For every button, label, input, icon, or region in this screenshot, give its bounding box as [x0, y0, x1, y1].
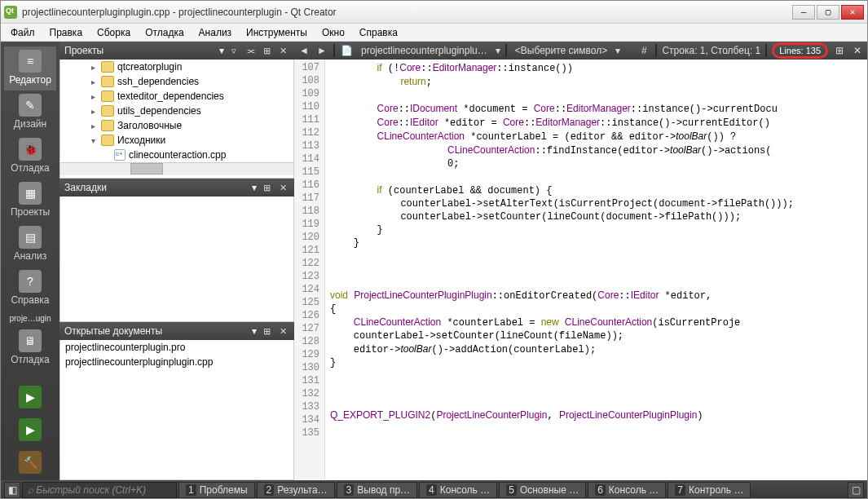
expander-icon[interactable]: ▸ — [88, 77, 98, 86]
menu-help[interactable]: Справка — [353, 25, 404, 40]
run-icon: ▶ — [19, 386, 42, 408]
menu-debug[interactable]: Отладка — [139, 25, 190, 40]
tree-row[interactable]: ▸texteditor_dependencies — [60, 89, 293, 104]
expander-icon[interactable]: ▸ — [88, 121, 98, 130]
project-selector[interactable]: proje…ugin — [4, 311, 56, 326]
output-expand-button[interactable]: ▢ — [848, 482, 864, 498]
output-tab[interactable]: 7Контроль … — [668, 482, 751, 498]
run-button[interactable]: ▶ — [4, 382, 56, 415]
symbol-selector[interactable]: <Выберите символ> — [512, 45, 610, 56]
split-editor-icon[interactable]: ⊞ — [833, 44, 846, 57]
open-document-item[interactable]: projectlinecounterpluginplugin.cpp — [60, 355, 293, 369]
chevron-down-icon[interactable]: ▾ — [252, 325, 257, 337]
expander-icon[interactable]: ▸ — [88, 92, 98, 101]
output-tab[interactable]: 5Основные … — [499, 482, 586, 498]
expander-icon[interactable]: ▾ — [88, 136, 98, 145]
maximize-button[interactable]: ▢ — [817, 5, 839, 20]
expander-icon[interactable]: ▸ — [88, 63, 98, 72]
minimize-button[interactable]: — — [792, 5, 815, 20]
cursor-position[interactable]: Строка: 1, Столбец: 1 — [662, 45, 760, 56]
code-content[interactable]: if (!Core::EditorManager::instance()) re… — [325, 60, 867, 480]
tree-row[interactable]: ▸ssh_dependencies — [60, 74, 293, 89]
close-button[interactable]: ✕ — [841, 5, 864, 20]
expander-icon[interactable]: ▸ — [88, 107, 98, 116]
mode-design[interactable]: ✎Дизайн — [4, 91, 56, 135]
projects-panel-header: Проекты ▾ ▿ ⫘ ⊞ ✕ — [59, 42, 294, 60]
nav-back-button[interactable]: ◄ — [297, 44, 311, 57]
pane-filter-icon[interactable]: ▿ — [227, 44, 240, 57]
menu-analyze[interactable]: Анализ — [192, 25, 239, 40]
tree-row[interactable]: ▸qtcreatorplugin — [60, 60, 293, 74]
menu-file[interactable]: Файл — [4, 25, 42, 40]
hammer-icon: 🔨 — [19, 451, 42, 474]
opendocs-pane: projectlinecounterplugin.proprojectlinec… — [59, 340, 294, 480]
project-tree[interactable]: ▸qtcreatorplugin▸ssh_dependencies▸texted… — [59, 60, 294, 179]
menu-tools[interactable]: Инструменты — [240, 25, 314, 40]
pound-button[interactable]: # — [637, 44, 650, 57]
tree-label: qtcreatorplugin — [117, 61, 182, 73]
locator-input[interactable]: ⌕ Быстрый поиск (Ctrl+K) — [22, 482, 177, 498]
tree-row[interactable]: clinecounteraction.cpp — [60, 148, 293, 162]
menu-window[interactable]: Окно — [315, 25, 351, 40]
opendocs-panel-title[interactable]: Открытые документы — [64, 325, 249, 337]
bookmarks-panel-title[interactable]: Закладки — [64, 182, 249, 193]
file-icon: 📄 — [340, 44, 353, 57]
tree-row[interactable]: ▾Исходники — [60, 133, 293, 148]
pane-close-icon[interactable]: ✕ — [276, 325, 289, 338]
lines-counter-badge: Lines: 135 — [772, 42, 828, 59]
tree-hscrollbar[interactable] — [60, 162, 293, 175]
chevron-down-icon[interactable]: ▾ — [252, 182, 257, 193]
mode-debug[interactable]: 🐞Отладка — [4, 135, 56, 179]
mode-help[interactable]: ?Справка — [4, 267, 56, 311]
projects-panel-title[interactable]: Проекты — [64, 45, 216, 56]
folder-icon — [101, 76, 114, 87]
menu-build[interactable]: Сборка — [90, 25, 137, 40]
line-gutter: 1071081091101111121131141151161171181191… — [294, 60, 325, 480]
toggle-sidebar-button[interactable]: ◧ — [4, 482, 20, 498]
run-debug-button[interactable]: ▶ — [4, 415, 56, 448]
output-tabs: 1Проблемы2Результа…3Вывод пр…4Консоль …5… — [178, 482, 846, 498]
mode-projects[interactable]: ▦Проекты — [4, 179, 56, 223]
chevron-down-icon[interactable]: ▾ — [496, 45, 500, 56]
folder-icon — [101, 120, 114, 131]
output-tab[interactable]: 6Консоль … — [588, 482, 666, 498]
open-document-item[interactable]: projectlinecounterplugin.pro — [60, 340, 293, 355]
tree-row[interactable]: ▸Заголовочные — [60, 118, 293, 133]
output-tab[interactable]: 4Консоль … — [419, 482, 497, 498]
output-tab[interactable]: 2Результа… — [257, 482, 335, 498]
code-editor[interactable]: 1071081091101111121131141151161171181191… — [294, 60, 867, 480]
mode-help-label: Справка — [11, 294, 49, 306]
mode-design-label: Дизайн — [14, 118, 46, 130]
folder-icon — [101, 61, 114, 73]
search-icon: ⌕ — [28, 484, 33, 496]
mode-editor[interactable]: ≡Редактор — [4, 46, 56, 91]
output-tab[interactable]: 1Проблемы — [178, 482, 255, 498]
pane-link-icon[interactable]: ⫘ — [244, 44, 257, 57]
pane-close-icon[interactable]: ✕ — [276, 44, 289, 57]
chevron-down-icon[interactable]: ▾ — [219, 45, 224, 56]
tree-label: Заголовочные — [117, 120, 182, 131]
tab-label: Вывод пр… — [357, 484, 410, 496]
monitor-icon: 🖥 — [19, 329, 42, 352]
tab-number: 5 — [506, 484, 517, 496]
menu-edit[interactable]: Правка — [43, 25, 90, 40]
mode-analyze[interactable]: ▤Анализ — [4, 223, 56, 267]
nav-forward-button[interactable]: ► — [315, 44, 328, 57]
pane-split-icon[interactable]: ⊞ — [260, 181, 273, 194]
tab-number: 6 — [595, 484, 606, 496]
editor-file-selector[interactable]: projectlinecounterpluginplu… — [358, 45, 491, 56]
pane-close-icon[interactable]: ✕ — [276, 181, 289, 194]
pane-split-icon[interactable]: ⊞ — [260, 44, 273, 57]
target-debug[interactable]: 🖥Отладка — [4, 326, 56, 370]
pane-split-icon[interactable]: ⊞ — [260, 325, 273, 338]
close-editor-icon[interactable]: ✕ — [851, 44, 864, 57]
output-tab[interactable]: 3Вывод пр… — [337, 482, 417, 498]
build-button[interactable]: 🔨 — [4, 448, 56, 480]
projects-icon: ▦ — [19, 182, 42, 205]
analyze-icon: ▤ — [19, 226, 42, 249]
tree-row[interactable]: ▸utils_dependencies — [60, 104, 293, 118]
tab-label: Консоль … — [440, 484, 490, 496]
target-debug-label: Отладка — [11, 354, 49, 365]
chevron-down-icon[interactable]: ▾ — [615, 45, 620, 56]
tab-label: Контроль … — [689, 484, 743, 496]
